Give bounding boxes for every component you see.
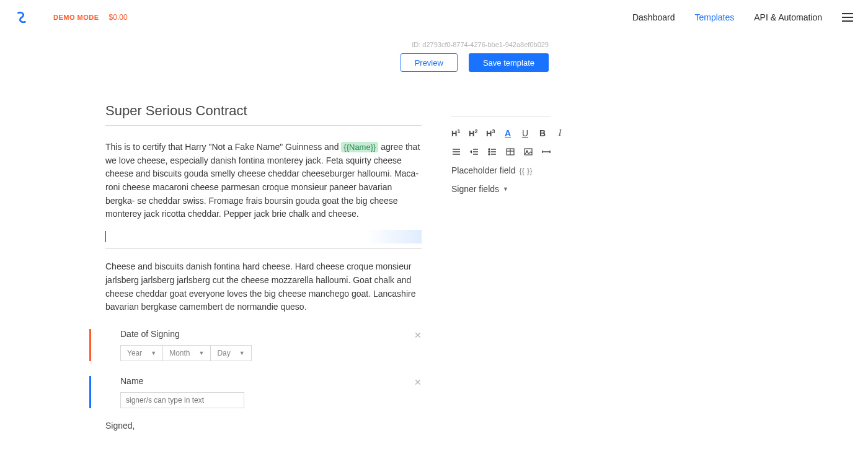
signed-text[interactable]: Signed,: [105, 421, 422, 431]
template-id-value: d2793cf0-8774-4276-bbe1-942a8ef0b029: [422, 41, 549, 48]
title-divider: [105, 125, 422, 126]
h1-button[interactable]: H1: [451, 128, 460, 138]
menu-icon[interactable]: [842, 13, 853, 22]
outdent-button[interactable]: [469, 147, 479, 157]
underline-button[interactable]: U: [521, 128, 529, 138]
toolbar-divider: [451, 116, 551, 117]
italic-button[interactable]: I: [556, 128, 564, 138]
field-accent-bar: [89, 329, 91, 361]
chevron-down-icon: ▼: [199, 350, 205, 356]
template-id-row: ID: d2793cf0-8774-4276-bbe1-942a8ef0b029: [412, 41, 549, 48]
document-title[interactable]: Super Serious Contract: [105, 103, 422, 119]
balance-amount: $0.00: [109, 13, 128, 22]
chevron-down-icon: ▼: [503, 186, 508, 192]
text-color-button[interactable]: A: [503, 128, 512, 138]
template-id-label: ID:: [412, 41, 420, 48]
nav-api-automation[interactable]: API & Automation: [754, 12, 822, 22]
section-divider: [105, 248, 422, 249]
page-break-button[interactable]: [541, 147, 551, 157]
nav-templates[interactable]: Templates: [694, 12, 734, 22]
chevron-down-icon: ▼: [151, 350, 156, 356]
paragraph-1-text-b: agree that we love cheese, especially da…: [105, 142, 420, 219]
toolbar-row-1: H1 H2 H3 A U B I: [451, 128, 551, 138]
nav-dashboard[interactable]: Dashboard: [632, 12, 675, 22]
bullet-list-button[interactable]: [487, 147, 497, 157]
year-select[interactable]: Year▼: [120, 345, 163, 361]
h2-button[interactable]: H2: [469, 128, 477, 138]
paragraph-1-text-a: This is to certify that Harry "Not a Fak…: [105, 142, 341, 152]
remove-date-field-icon[interactable]: ✕: [414, 330, 422, 340]
placeholder-field-button[interactable]: Placeholder field {{ }}: [451, 165, 551, 175]
editor-cursor-line[interactable]: [105, 231, 422, 242]
top-nav: Dashboard Templates API & Automation: [632, 12, 853, 22]
day-select[interactable]: Day▼: [211, 345, 251, 361]
date-field-label: Date of Signing: [120, 329, 422, 339]
paragraph-1[interactable]: This is to certify that Harry "Not a Fak…: [105, 141, 422, 221]
name-text-input[interactable]: [120, 392, 244, 408]
chevron-down-icon: ▼: [239, 350, 245, 356]
app-logo-icon[interactable]: [15, 11, 29, 24]
placeholder-field-label: Placeholder field: [451, 165, 516, 175]
bold-button[interactable]: B: [538, 128, 547, 138]
table-button[interactable]: [505, 147, 515, 157]
svg-point-6: [489, 149, 490, 150]
signer-fields-dropdown[interactable]: Signer fields ▼: [451, 184, 551, 194]
name-field: ✕ Name: [105, 376, 422, 408]
save-template-button[interactable]: Save template: [469, 53, 549, 72]
name-field-label: Name: [120, 376, 422, 386]
placeholder-icon: {{ }}: [520, 166, 533, 175]
image-button[interactable]: [523, 147, 533, 157]
remove-name-field-icon[interactable]: ✕: [414, 377, 422, 387]
h3-button[interactable]: H3: [486, 128, 495, 138]
preview-button[interactable]: Preview: [401, 53, 458, 72]
svg-point-8: [489, 154, 490, 155]
signer-fields-label: Signer fields: [451, 184, 499, 194]
align-button[interactable]: [451, 147, 461, 157]
demo-mode-badge: DEMO MODE: [53, 14, 99, 21]
svg-point-7: [489, 151, 490, 152]
top-bar: DEMO MODE $0.00 Dashboard Templates API …: [0, 0, 868, 35]
toolbar-row-2: [451, 147, 551, 157]
paragraph-2[interactable]: Cheese and biscuits danish fontina hard …: [105, 260, 422, 314]
date-of-signing-field: ✕ Date of Signing Year▼ Month▼ Day▼: [105, 329, 422, 361]
field-accent-bar: [89, 376, 91, 408]
placeholder-name-chip[interactable]: {{Name}}: [341, 142, 378, 152]
month-select[interactable]: Month▼: [163, 345, 211, 361]
